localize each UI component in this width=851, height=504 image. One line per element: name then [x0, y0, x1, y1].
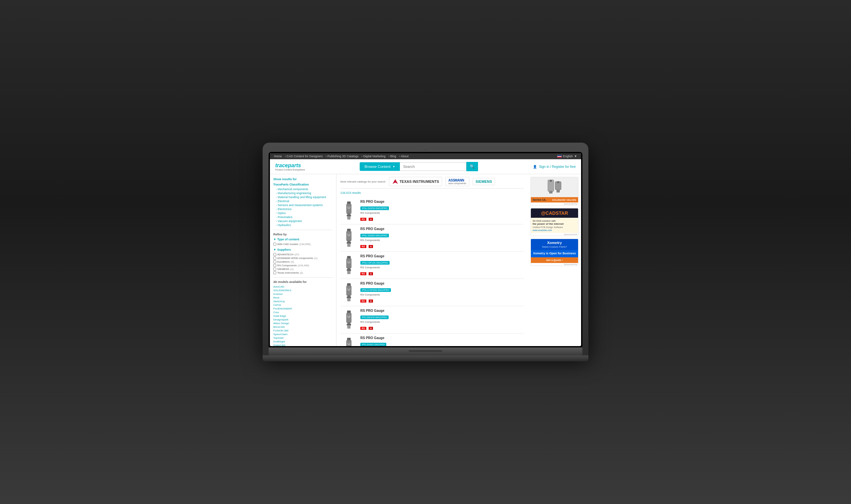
model-list-item[interactable]: Inventor [273, 292, 333, 296]
model-list-item[interactable]: SpaceClaim [273, 332, 333, 336]
model-list-item[interactable]: TopSolid [273, 336, 333, 340]
language-selector[interactable]: English ▼ [557, 155, 577, 158]
chevron-down-icon: ▼ [393, 165, 395, 168]
model-list-item[interactable]: Pro/ENGINEER [273, 307, 333, 310]
badge-rs: RS [360, 218, 366, 221]
nav-publishing[interactable]: Publishing 3D Catalogs [327, 155, 359, 158]
product-name: RS PRO Gauge [360, 254, 524, 258]
nav-home[interactable]: Home [274, 155, 282, 158]
supplier-siemens[interactable]: SIEMENS (1) [273, 267, 333, 271]
svg-point-54 [557, 181, 559, 183]
supplier-advantech[interactable]: ADVANTECH (27) [273, 253, 333, 256]
model-list-item[interactable]: Creo [273, 310, 333, 314]
product-supplier: RS Components [360, 266, 524, 269]
top-nav: Home › CAD Content for Designers › Publi… [270, 153, 581, 159]
models-title: 3D models available for [273, 280, 333, 284]
model-list-item[interactable]: DesignSpark [273, 318, 333, 322]
sidebar-item-label: Material handling and lifting equipment [277, 196, 326, 199]
sidebar-item-material[interactable]: › Material handling and lifting equipmen… [273, 195, 333, 199]
badge-a: A [369, 245, 373, 248]
cad-models-filter[interactable]: With CAD models (134,500) [273, 242, 333, 246]
table-row[interactable]: RS PRO Gauge IPSU-GP100-SM12/PRO RS Comp… [340, 252, 524, 279]
nav-marketing[interactable]: Digital Marketing [363, 155, 386, 158]
gauge-icon [343, 229, 355, 247]
sidebar: Show results for TraceParts Classificati… [270, 174, 337, 346]
supplier-checkbox[interactable] [273, 264, 276, 267]
nav-about[interactable]: About [401, 155, 409, 158]
arrow-icon: › [276, 188, 276, 191]
results-count[interactable]: 134,523 results [340, 191, 524, 195]
model-list-item[interactable]: FUSION 360 [273, 329, 333, 332]
nav-cad[interactable]: CAD Content for Designers [287, 155, 323, 158]
catalog-ti[interactable]: TEXAS INSTRUMENTS [389, 177, 442, 186]
logo-area[interactable]: traceparts Product Content Everywhere [275, 163, 305, 171]
model-list-item[interactable]: CATIA [273, 303, 333, 307]
product-sku: IPSL-G0050-SM12/PRO [360, 234, 389, 237]
sidebar-item-mechanical[interactable]: › Mechanical components [273, 187, 333, 191]
catalog-banner: Most relevant catalogs for your search T… [340, 177, 524, 188]
sidebar-item-pneumatics[interactable]: › Pneumatics [273, 215, 333, 219]
nav-blog[interactable]: Blog [390, 155, 396, 158]
ad-ecadstar[interactable]: @CADSTAR 3D EDA solution with the power … [530, 208, 578, 236]
sidebar-item-electrical[interactable]: › Electrical [273, 199, 333, 203]
model-list-item[interactable]: BricsCAD [273, 325, 333, 329]
ecadstar-logo: @CADSTAR [533, 211, 576, 216]
signin-area[interactable]: 👤 Sign in / Register for free [533, 165, 576, 168]
badge-a: A [369, 218, 373, 221]
solenoid-image [531, 177, 578, 197]
svg-rect-52 [557, 190, 560, 193]
model-list-item[interactable]: SketchUp [273, 300, 333, 303]
sidebar-item-optics[interactable]: › Optics [273, 211, 333, 215]
cad-models-checkbox[interactable] [273, 243, 276, 246]
browse-content-button[interactable]: Browse Content ▼ [360, 162, 400, 171]
model-list-item[interactable]: AutoCAD [273, 285, 333, 289]
badge-rs: RS [360, 272, 366, 275]
supplier-checkbox[interactable] [273, 257, 276, 260]
gauge-icon [343, 338, 355, 346]
catalog-assmann[interactable]: ASSMANN wsw components [446, 177, 469, 186]
table-row[interactable]: RS PRO Gauge IPSLU-GP006-SM12/PRO RS Com… [340, 279, 524, 306]
sidebar-item-label: Electronics [277, 208, 292, 211]
sidebar-item-vacuum[interactable]: › Vacuum equipment [273, 219, 333, 223]
supplier-checkbox[interactable] [273, 268, 276, 271]
supplier-checkbox[interactable] [273, 271, 276, 274]
sidebar-item-manufacturing[interactable]: › Manufacturing engineering [273, 191, 333, 195]
gauge-icon [343, 201, 355, 220]
table-row[interactable]: RS PRO Gauge IPSL-G0250-SM12/PRO RS Comp… [340, 197, 524, 224]
sidebar-divider-2 [273, 277, 333, 277]
table-row[interactable]: RS PRO Gauge IPSL-G0050-SM12/PRO RS Comp… [340, 224, 524, 252]
catalog-siemens[interactable]: SIEMENS [473, 178, 495, 185]
table-row[interactable]: RS PRO Gauge IPS-G4002-SM1/PRO RS Compon… [340, 334, 524, 346]
ad-solenoid[interactable]: Series UL SOLENOID VALVES Sponsored link [530, 177, 578, 205]
main-content: Show results for TraceParts Classificati… [270, 174, 581, 346]
sidebar-divider [273, 230, 333, 230]
sidebar-item-sensors[interactable]: › Sensors and measurement systems [273, 203, 333, 207]
model-list-item[interactable]: GstarCAD [273, 343, 333, 346]
top-nav-links: Home › CAD Content for Designers › Publi… [274, 155, 411, 158]
supplier-checkbox[interactable] [273, 253, 276, 256]
search-button[interactable]: 🔍 [466, 162, 478, 171]
model-list-item[interactable]: DraftSight [273, 340, 333, 343]
sidebar-item-electronics[interactable]: › Electronics [273, 207, 333, 211]
sidebar-item-hydraulics[interactable]: › Hydraulics [273, 223, 333, 227]
supplier-texas[interactable]: Texas Instruments (2) [273, 271, 333, 275]
product-info: RS PRO Gauge IPS-G4002-SM1/PRO RS Compon… [360, 336, 524, 346]
supplier-eurotherm[interactable]: Eurotherm (4) [273, 260, 333, 264]
ad-xometry[interactable]: Xometry Need Custom Parts? Xometry is Op… [530, 239, 578, 266]
ti-logo: TEXAS INSTRUMENTS [392, 179, 439, 184]
flag-icon [557, 155, 562, 158]
search-bar: 🔍 [400, 162, 478, 171]
search-input[interactable] [400, 162, 466, 171]
chevron-down-icon: ▼ [574, 155, 577, 158]
model-list-item[interactable]: Solid Edge [273, 314, 333, 318]
supplier-assmann[interactable]: ASSMANN WSW components (1) [273, 256, 333, 260]
model-list-item[interactable]: Alibre Design [273, 322, 333, 325]
model-list-item[interactable]: SOLIDWORKS [273, 289, 333, 292]
supplier-rs-components[interactable]: RS Components (134,493) [273, 264, 333, 267]
supplier-checkbox[interactable] [273, 260, 276, 263]
sidebar-item-label: Mechanical components [277, 187, 308, 191]
product-image [340, 310, 357, 330]
model-list-item[interactable]: Revit [273, 296, 333, 300]
table-row[interactable]: RS PRO Gauge IPS-GM1P8-SM12/PRO RS Compo… [340, 306, 524, 334]
laptop-screen: Home › CAD Content for Designers › Publi… [269, 152, 582, 347]
